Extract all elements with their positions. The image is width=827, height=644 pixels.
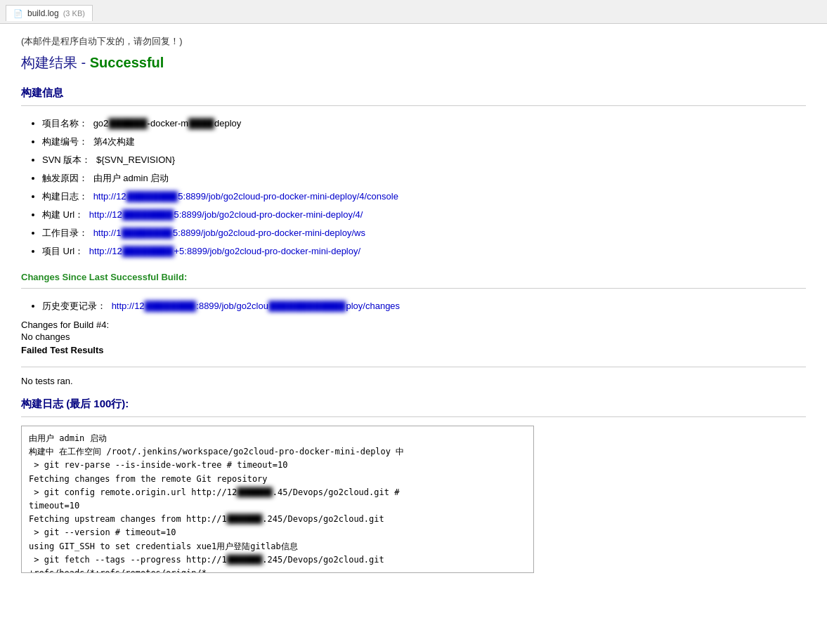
field-value: 由用户 admin 启动 <box>93 173 169 183</box>
list-item: SVN 版本： ${SVN_REVISION} <box>42 151 806 169</box>
workspace-link[interactable]: http://1████████5:8899/job/go2cloud-pro-… <box>93 228 365 238</box>
list-item: 项目 Url： http://12████████+5:8899/job/go2… <box>42 242 806 261</box>
divider-2 <box>21 288 806 289</box>
tab-bar: 📄 build.log (3 KB) <box>0 0 827 24</box>
changes-for: Changes for Build #4: <box>21 320 806 330</box>
auto-notice: (本邮件是程序自动下发的，请勿回复！) <box>21 35 806 48</box>
divider-3 <box>21 367 806 367</box>
build-info-list: 项目名称： go2██████-docker-m████deploy 构建编号：… <box>21 114 806 261</box>
list-item: 构建日志： http://12████████5:8899/job/go2clo… <box>42 188 806 206</box>
history-item: 历史变更记录： http://12████████:8899/job/go2cl… <box>42 297 806 315</box>
history-link[interactable]: http://12████████:8899/job/go2clou██████… <box>112 301 400 311</box>
field-value: 第4次构建 <box>93 136 135 147</box>
field-label: SVN 版本： <box>42 155 91 165</box>
list-item: 构建 Url： http://12████████5:8899/job/go2c… <box>42 206 806 224</box>
tab-filesize: (3 KB) <box>63 9 85 18</box>
field-value: ${SVN_REVISION} <box>96 155 175 165</box>
tab-filename: build.log <box>27 8 59 18</box>
build-url-link[interactable]: http://12████████5:8899/job/go2cloud-pro… <box>89 209 363 220</box>
failed-test: Failed Test Results <box>21 345 806 355</box>
build-info-section: 构建信息 项目名称： go2██████-docker-m████deploy … <box>21 86 806 261</box>
log-section: 构建日志 (最后 100行): 由用户 admin 启动 构建中 在工作空间 /… <box>21 397 806 573</box>
build-result-title: 构建结果 - Successful <box>21 53 806 72</box>
log-title: 构建日志 (最后 100行): <box>21 397 806 411</box>
content-area: (本邮件是程序自动下发的，请勿回复！) 构建结果 - Successful 构建… <box>0 24 827 596</box>
list-item: 工作目录： http://1████████5:8899/job/go2clou… <box>42 224 806 242</box>
build-result-status: Successful <box>90 55 164 70</box>
build-log-link[interactable]: http://12████████5:8899/job/go2cloud-pro… <box>93 191 398 202</box>
changes-section: Changes Since Last Successful Build: 历史变… <box>21 272 806 355</box>
field-label: 工作目录： <box>42 228 88 238</box>
field-label: 构建日志： <box>42 191 88 202</box>
field-label: 项目名称： <box>42 118 88 129</box>
field-label: 触发原因： <box>42 173 88 183</box>
list-item: 构建编号： 第4次构建 <box>42 133 806 151</box>
changes-list: 历史变更记录： http://12████████:8899/job/go2cl… <box>21 297 806 315</box>
history-label: 历史变更记录： <box>42 301 106 311</box>
field-value: go2██████-docker-m████deploy <box>93 118 242 129</box>
changes-title: Changes Since Last Successful Build: <box>21 272 806 282</box>
tab-build-log[interactable]: 📄 build.log (3 KB) <box>6 5 93 21</box>
divider-4 <box>21 416 806 417</box>
log-box[interactable]: 由用户 admin 启动 构建中 在工作空间 /root/.jenkins/wo… <box>21 426 534 573</box>
field-label: 构建编号： <box>42 136 88 147</box>
file-icon: 📄 <box>13 9 23 18</box>
field-label: 项目 Url： <box>42 246 84 256</box>
build-info-title: 构建信息 <box>21 86 806 100</box>
list-item: 项目名称： go2██████-docker-m████deploy <box>42 114 806 133</box>
list-item: 触发原因： 由用户 admin 启动 <box>42 169 806 188</box>
log-content: 由用户 admin 启动 构建中 在工作空间 /root/.jenkins/wo… <box>29 432 526 573</box>
divider-1 <box>21 105 806 106</box>
field-label: 构建 Url： <box>42 209 84 220</box>
project-url-link[interactable]: http://12████████+5:8899/job/go2cloud-pr… <box>89 246 360 256</box>
build-result-prefix: 构建结果 - <box>21 55 90 70</box>
no-changes: No changes <box>21 331 806 342</box>
no-tests: No tests ran. <box>21 376 806 386</box>
